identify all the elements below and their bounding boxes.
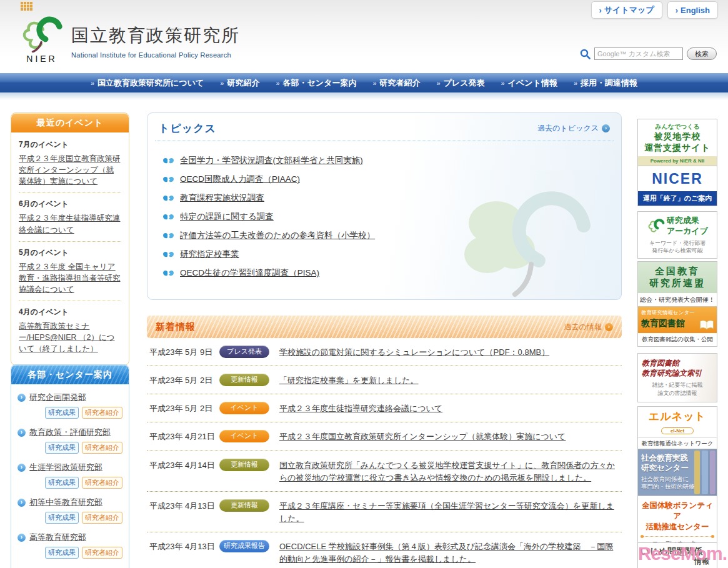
department-item: ›教育政策・評価研究部研究成果研究者紹介 [17, 427, 122, 454]
banner-research-archive[interactable]: 研究成果 アーカイブ キーワード・発行部署 発行年から検索可能 [637, 211, 717, 259]
banner-subtext: キーワード・発行部署 [639, 239, 716, 247]
site-subtitle: National Institute for Educational Polic… [71, 51, 240, 59]
topic-link[interactable]: OECD生徒の学習到達度調査（PISA) [180, 267, 319, 279]
researchers-badge[interactable]: 研究者紹介 [82, 407, 122, 419]
banner-el-net[interactable]: エルネット el-Net 教育情報通信ネットワーク [637, 406, 717, 451]
nav-label: 研究紹介 [227, 77, 259, 89]
topic-item: 評価方法等の工夫改善のための参考資料（小学校） [162, 230, 606, 241]
book-icon [699, 320, 715, 331]
topic-link[interactable]: 教育課程実施状況調査 [180, 192, 264, 204]
news-date: 平成23年 4月14日 [149, 459, 219, 471]
banner-text: 全国体験ボランティア [639, 501, 716, 522]
nav-label: イベント情報 [508, 77, 557, 89]
nav-item-recruit[interactable]: »採用・調達情報 [566, 77, 646, 89]
news-row: 平成23年 5月 9日プレス発表学校施設の節電対策に関するシミュレーションについ… [147, 338, 622, 366]
department-link[interactable]: 研究企画開発部 [29, 392, 86, 403]
department-link[interactable]: 初等中等教育研究部 [29, 497, 102, 508]
departments-box: 各部・センター案内 ›研究企画開発部研究成果研究者紹介›教育政策・評価研究部研究… [11, 364, 129, 568]
banner-text: 教育図書館 [642, 358, 716, 368]
recent-events-box: 最近のイベント 7月のイベント 平成２３年度国立教育政策研究所インターンシップ（… [11, 112, 129, 366]
department-link[interactable]: 高等教育研究部 [29, 532, 86, 543]
nier-butterfly-logo: NIER [17, 16, 66, 64]
researchers-badge[interactable]: 研究者紹介 [82, 547, 122, 559]
double-chevron-icon: » [91, 79, 94, 87]
news-category-badge: 更新情報 [219, 499, 269, 512]
news-date: 平成23年 5月 2日 [149, 374, 219, 386]
chevron-right-icon: › [599, 6, 602, 15]
topic-link[interactable]: OECD国際成人力調査（PIAAC) [180, 174, 300, 185]
news-category-badge: 研究成果報告 [219, 540, 269, 552]
researchers-badge[interactable]: 研究者紹介 [82, 477, 122, 489]
banner-title: エルネット [649, 411, 706, 422]
topic-link[interactable]: 特定の課題に関する調査 [180, 211, 274, 222]
nav-item-research[interactable]: »研究紹介 [212, 77, 267, 89]
results-badge[interactable]: 研究成果 [45, 477, 79, 489]
banner-text: 被災地学校 [638, 131, 717, 142]
news-row: 平成23年 4月21日イベント平成２３年度国立教育政策研究所インターンシップ（就… [147, 422, 622, 451]
nav-item-departments[interactable]: »各部・センター案内 [267, 77, 364, 89]
banner-text: アーカイブ [667, 226, 708, 237]
nier-acronym: NIER [17, 54, 66, 64]
event-group-april: 4月のイベント 高等教育政策セミナー/HEPS@NIER （2）について（終了し… [19, 307, 121, 360]
news-category-badge: 更新情報 [219, 374, 269, 386]
news-date: 平成23年 4月13日 [149, 499, 219, 512]
results-badge[interactable]: 研究成果 [45, 407, 79, 419]
banner-education-library[interactable]: 教育研究情報センター 教育図書館 教育図書雑誌の収集・公開 [637, 306, 717, 347]
department-item: ›生涯学習政策研究部研究成果研究者紹介 [17, 462, 122, 489]
news-link[interactable]: 平成２３年度生徒指導研究連絡会議について [279, 402, 619, 415]
banner-education-thesis-index[interactable]: 教育図書館 教育研究論文索引 雑誌・紀要等に掲載 論文の書誌情報 [637, 353, 717, 402]
circle-arrow-icon: › [17, 464, 26, 472]
news-link[interactable]: 国立教育政策研究所「みんなでつくる被災地学校運営支援サイト」に、教育関係者の方々… [279, 459, 619, 484]
topic-link[interactable]: 全国学力・学習状況調査(文部科学省と共同実施) [180, 155, 363, 166]
results-badge[interactable]: 研究成果 [45, 442, 79, 454]
nav-label: 研究者紹介 [380, 77, 421, 89]
topic-link[interactable]: 評価方法等の工夫改善のための参考資料（小学校） [180, 230, 375, 241]
event-link[interactable]: 高等教育政策セミナー/HEPS@NIER （2）について（終了しました） [19, 321, 121, 354]
nav-item-researchers[interactable]: »研究者紹介 [364, 77, 428, 89]
department-link[interactable]: 生涯学習政策研究部 [29, 462, 102, 473]
butterfly-bullet-icon [162, 212, 174, 222]
nav-item-events[interactable]: »イベント情報 [493, 77, 566, 89]
results-badge[interactable]: 研究成果 [45, 512, 79, 524]
researchers-badge[interactable]: 研究者紹介 [82, 512, 122, 524]
nav-item-about[interactable]: »国立教育政策研究所について [82, 77, 212, 89]
banner-subtext: 社会教育関係者に [641, 476, 717, 484]
butterfly-bullet-icon [162, 269, 174, 278]
banner-footer: 教育情報通信ネットワーク [638, 437, 717, 450]
news-link[interactable]: 「研究指定校事業」を更新しました。 [279, 374, 619, 387]
circle-arrow-icon: › [17, 499, 26, 507]
news-link[interactable]: 学校施設の節電対策に関するシミュレーションについて（PDF：0.8MB） [279, 346, 619, 359]
researchers-badge[interactable]: 研究者紹介 [82, 442, 122, 454]
department-link[interactable]: 教育政策・評価研究部 [29, 427, 111, 438]
topics-title: トピックス [159, 121, 216, 136]
site-logo[interactable]: NIER 国立教育政策研究所 National Institute for Ed… [17, 16, 240, 64]
department-item: ›高等教育研究部研究成果研究者紹介 [17, 532, 122, 559]
news-category-badge: プレス発表 [219, 346, 269, 358]
banner-footer: 総会・研究発表大会開催！ [638, 293, 717, 307]
butterfly-bullet-icon [162, 156, 174, 166]
topic-link[interactable]: 研究指定校事業 [180, 249, 239, 260]
event-link[interactable]: 平成２３年度国立教育政策研究所インターンシップ（就業体験）実施について [19, 153, 121, 187]
news-row: 平成23年 4月13日研究成果報告OECD/CELE 学校施設好事例集（第４版）… [147, 532, 622, 568]
global-nav: »国立教育政策研究所について »研究紹介 »各部・センター案内 »研究者紹介 »… [0, 73, 728, 92]
results-badge[interactable]: 研究成果 [45, 547, 79, 559]
news-header: 新着情報 過去の情報 › [147, 316, 622, 338]
past-topics-link[interactable]: 過去のトピックス › [537, 123, 610, 134]
news-link[interactable]: 平成２３年度国立教育政策研究所インターンシップ（就業体験）実施について [279, 430, 619, 443]
banner-national-education-research-federation[interactable]: 全国教育 研究所連盟 総会・研究発表大会開催！ [637, 261, 717, 307]
banner-social-education-center[interactable]: 社会教育実践 研究センター 社会教育関係者に 専門的・技術的研修 [637, 449, 717, 496]
news-link[interactable]: OECD/CELE 学校施設好事例集（第４版）表彰式及び記念講演会「海外の学校建… [279, 540, 619, 566]
nav-item-press[interactable]: »プレス発表 [429, 77, 493, 89]
past-news-link[interactable]: 過去の情報 › [564, 322, 613, 332]
dotted-divider [643, 535, 712, 537]
news-link[interactable]: 平成２３年度講座・セミナー等実施要項（全国生涯学習センター等研究交流会）を更新し… [279, 499, 619, 525]
banner-nicer[interactable]: NICER 運用「終了」のご案内 [637, 166, 717, 206]
banner-disaster-school-support[interactable]: みんなでつくる 被災地学校 運営支援サイト Powered by NIER & … [637, 119, 717, 166]
event-link[interactable]: 平成２３年度生徒指導研究連絡会議について [19, 212, 121, 235]
banner-subtext: 論文の書誌情報 [639, 389, 716, 397]
banner-text: 社会教育実践 [641, 453, 717, 463]
news-category-badge: イベント [219, 402, 269, 414]
butterfly-bullet-icon [162, 231, 174, 241]
event-link[interactable]: 平成２３年度 全国キャリア教育・進路指導担当者等研究協議会について [19, 261, 121, 295]
double-chevron-icon: » [574, 79, 577, 87]
